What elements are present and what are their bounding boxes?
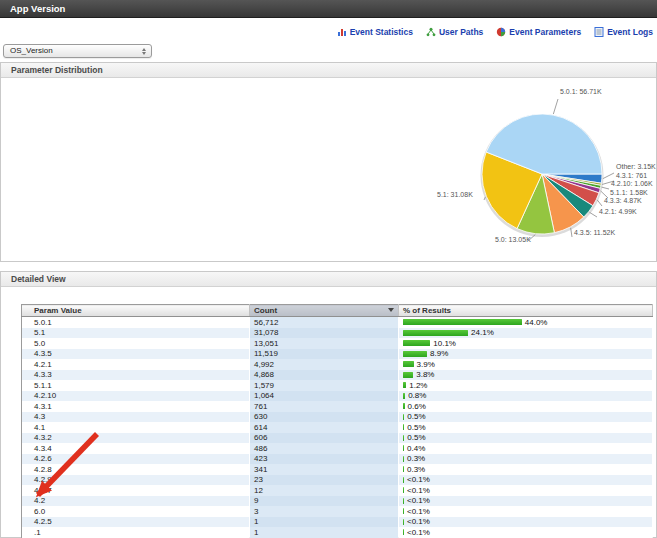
top-nav: Event Statistics User Paths Event Parame… [337,27,653,37]
percent-cell: 0.3% [399,454,653,465]
param-value-cell: 4.3.5 [22,349,250,360]
count-cell: 31,078 [250,328,399,339]
pie-chart-icon [496,27,506,37]
pie-slice-label: 4.2.1: 4.99K [599,208,637,215]
percent-cell: 0.5% [399,433,653,444]
percent-bar [403,319,522,325]
count-cell: 1 [250,527,399,538]
percent-bar [403,372,413,378]
parameter-distribution-panel: Parameter Distribution Other: 3.15K4.3.1… [0,62,657,262]
percent-cell: <0.1% [399,475,653,486]
column-header-percent[interactable]: % of Results [399,305,653,317]
pie-slice-label: 4.3.5: 11.52K [574,229,615,236]
percent-bar [403,466,404,472]
column-header-count[interactable]: Count [250,305,399,317]
detailed-view-panel: Detailed View Param Value Count % of Res… [0,271,657,538]
table-row[interactable]: 4.3.511,5198.9% [22,349,653,360]
param-value-cell: 4.2.1 [22,359,250,370]
percent-bar [403,519,404,525]
count-cell: 761 [250,401,399,412]
percent-cell: 10.1% [399,338,653,349]
table-row[interactable]: 4.2.51<0.1% [22,517,653,528]
page-title: App Version [0,0,657,18]
percent-bar [403,487,404,493]
leader-line [603,173,614,179]
bar-chart-icon [337,27,347,37]
percent-label: <0.1% [407,486,430,495]
pie-slice-label: 4.3.3: 4.87K [604,197,642,204]
table-row[interactable]: .11<0.1% [22,527,653,538]
percent-label: 3.8% [416,370,434,379]
percent-cell: 1.2% [399,380,653,391]
percent-cell: <0.1% [399,527,653,538]
count-cell: 1,064 [250,391,399,402]
nav-event-statistics[interactable]: Event Statistics [337,27,413,37]
param-value-cell: 4.3.4 [22,443,250,454]
table-row[interactable]: 5.131,07824.1% [22,328,653,339]
percent-bar [403,508,404,514]
pie-slice-label: 5.1.1: 1.58K [610,189,648,196]
leader-line [553,99,558,114]
percent-cell: 0.5% [399,412,653,423]
table-row[interactable]: 5.013,05110.1% [22,338,653,349]
table-row[interactable]: 4.36300.5% [22,412,653,423]
percent-label: <0.1% [407,517,430,526]
param-value-cell: 4.3.2 [22,433,250,444]
nav-label: Event Logs [607,27,653,37]
table-row[interactable]: 4.16140.5% [22,422,653,433]
table-row[interactable]: 4.2.14,9923.9% [22,359,653,370]
table-row[interactable]: 4.29<0.1% [22,496,653,507]
pie-slice-label: 5.0: 13.05K [495,236,531,243]
param-value-cell: 5.0 [22,338,250,349]
param-value-cell: 6.0 [22,506,250,517]
table-row[interactable]: 4.2.101,0640.8% [22,391,653,402]
table-row[interactable]: 4.2.83410.3% [22,464,653,475]
parameter-distribution-header: Parameter Distribution [1,63,656,78]
percent-cell: 3.8% [399,370,653,381]
sort-desc-icon [388,308,394,312]
param-value-cell: 4.2.6 [22,454,250,465]
table-row[interactable]: 4.3.26060.5% [22,433,653,444]
table-row[interactable]: 5.0.156,71244.0% [22,317,653,328]
count-cell: 12 [250,485,399,496]
table-row[interactable]: 6.03<0.1% [22,506,653,517]
nav-event-logs[interactable]: Event Logs [594,27,653,37]
table-row[interactable]: 4.2.64230.3% [22,454,653,465]
count-cell: 56,712 [250,317,399,328]
nav-label: User Paths [439,27,483,37]
percent-cell: <0.1% [399,485,653,496]
percent-cell: <0.1% [399,506,653,517]
nav-event-parameters[interactable]: Event Parameters [496,27,581,37]
pie-chart [1,78,657,263]
table-row[interactable]: 4.2.712<0.1% [22,485,653,496]
table-row[interactable]: 4.3.44860.4% [22,443,653,454]
param-value-cell: 4.2.5 [22,517,250,528]
percent-bar [403,382,406,388]
percent-label: 24.1% [471,328,494,337]
count-cell: 1 [250,517,399,528]
column-header-param-value[interactable]: Param Value [22,305,250,317]
percent-cell: 3.9% [399,359,653,370]
percent-label: <0.1% [407,507,430,516]
count-cell: 4,868 [250,370,399,381]
nav-user-paths[interactable]: User Paths [426,27,483,37]
param-select[interactable]: OS_Version [3,44,152,58]
percent-label: 0.6% [408,402,426,411]
pie-chart-area: Other: 3.15K4.3.1: 7614.2.10: 1.06K5.1.1… [1,78,656,262]
table-row[interactable]: 4.3.34,8683.8% [22,370,653,381]
table-row[interactable]: 5.1.11,5791.2% [22,380,653,391]
param-value-cell: 4.2.10 [22,391,250,402]
table-row[interactable]: 4.3.17610.6% [22,401,653,412]
param-value-cell: 4.2.7 [22,485,250,496]
pie-slice-label: 5.0.1: 56.71K [560,88,602,95]
table-row[interactable]: 4.2.923<0.1% [22,475,653,486]
count-cell: 23 [250,475,399,486]
param-value-cell: .1 [22,527,250,538]
percent-cell: 8.9% [399,349,653,360]
count-cell: 606 [250,433,399,444]
nav-label: Event Parameters [509,27,581,37]
percent-cell: <0.1% [399,496,653,507]
leader-line [602,187,609,189]
leader-line [597,200,602,206]
percent-cell: 44.0% [399,317,653,328]
